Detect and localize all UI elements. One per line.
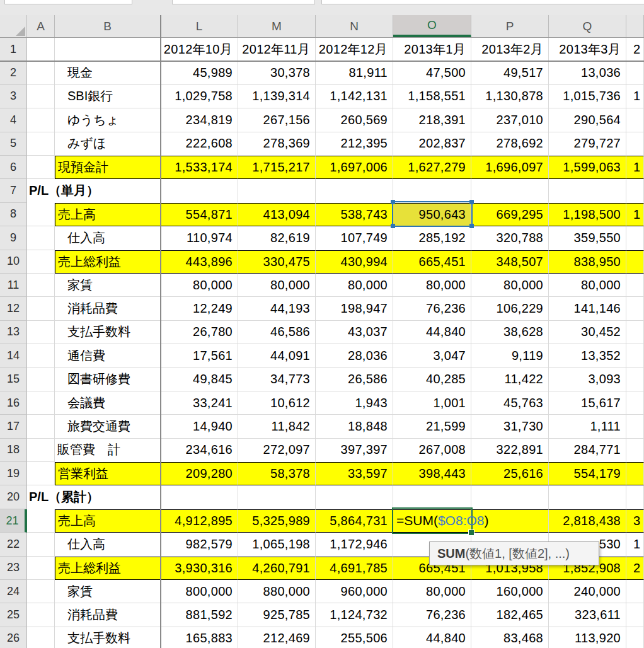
cell-R21[interactable]: 3 <box>626 509 644 533</box>
cell-L22[interactable]: 982,579 <box>161 533 238 556</box>
cell-B4-label[interactable]: ゆうちょ <box>55 108 161 132</box>
cell-M7[interactable] <box>238 179 316 202</box>
row-header-2[interactable]: 2 <box>0 61 27 84</box>
cell-A19[interactable] <box>27 462 55 485</box>
cell-L1[interactable]: 2012年10月 <box>161 38 238 61</box>
cell-Q2[interactable]: 13,036 <box>549 61 626 84</box>
cell-P11[interactable]: 80,000 <box>471 274 549 297</box>
cell-M21[interactable]: 5,325,989 <box>238 509 316 533</box>
cell-O5[interactable]: 202,837 <box>393 132 471 156</box>
cell-M9[interactable]: 82,619 <box>238 226 316 250</box>
cell-R15[interactable] <box>626 367 644 391</box>
cell-P24[interactable]: 160,000 <box>471 580 549 603</box>
in-cell-formula-editor[interactable]: =SUM($O8:O8) <box>396 508 488 533</box>
cell-R6[interactable]: 1 <box>626 156 644 179</box>
cell-P15[interactable]: 11,422 <box>471 367 549 391</box>
column-header-R[interactable] <box>626 15 644 37</box>
cell-R13[interactable] <box>626 321 644 344</box>
cell-Q4[interactable]: 290,564 <box>549 108 626 132</box>
cell-N20[interactable] <box>316 485 393 509</box>
cell-B12-label[interactable]: 消耗品費 <box>55 297 161 320</box>
cell-R24[interactable] <box>626 580 644 603</box>
cell-R10[interactable] <box>626 250 644 274</box>
row-header-8[interactable]: 8 <box>0 203 27 226</box>
cell-Q6[interactable]: 1,599,063 <box>549 156 626 179</box>
cell-R4[interactable] <box>626 108 644 132</box>
cell-A9[interactable] <box>27 226 55 250</box>
cell-L9[interactable]: 110,974 <box>161 226 238 250</box>
cell-A7-section-label[interactable]: P/L（単月） <box>27 179 161 202</box>
cell-M19[interactable]: 58,378 <box>238 462 316 485</box>
cell-Q17[interactable]: 1,111 <box>549 415 626 438</box>
cell-Q5[interactable]: 279,727 <box>549 132 626 156</box>
row-header-25[interactable]: 25 <box>0 603 27 627</box>
cell-O11[interactable]: 80,000 <box>393 274 471 297</box>
cell-A6[interactable] <box>27 156 55 179</box>
row-header-5[interactable]: 5 <box>0 132 27 156</box>
cell-R1[interactable]: 2 <box>626 38 644 61</box>
cell-M25[interactable]: 925,785 <box>238 603 316 627</box>
cell-M20[interactable] <box>238 485 316 509</box>
cell-O6[interactable]: 1,627,279 <box>393 156 471 179</box>
cell-P6[interactable]: 1,696,097 <box>471 156 549 179</box>
cell-L17[interactable]: 14,940 <box>161 415 238 438</box>
cell-N9[interactable]: 107,749 <box>316 226 393 250</box>
cell-L26[interactable]: 165,883 <box>161 627 238 648</box>
cell-L10[interactable]: 443,896 <box>161 250 238 274</box>
cell-Q1[interactable]: 2013年3月 <box>549 38 626 61</box>
cell-N23[interactable]: 4,691,785 <box>316 557 393 580</box>
cell-A25[interactable] <box>27 603 55 627</box>
cell-B1-label[interactable] <box>55 38 161 61</box>
cell-A21[interactable] <box>27 509 55 533</box>
cell-B3-label[interactable]: SBI銀行 <box>55 85 161 108</box>
row-header-26[interactable]: 26 <box>0 627 27 648</box>
cell-O17[interactable]: 21,599 <box>393 415 471 438</box>
cell-R18[interactable] <box>626 439 644 462</box>
cell-A8[interactable] <box>27 203 55 226</box>
cell-B25-label[interactable]: 消耗品費 <box>55 603 161 627</box>
cell-P5[interactable]: 278,692 <box>471 132 549 156</box>
row-header-7[interactable]: 7 <box>0 179 27 202</box>
cell-R3[interactable]: 1 <box>626 85 644 108</box>
cell-O20[interactable] <box>393 485 471 509</box>
cell-R26[interactable] <box>626 627 644 648</box>
cell-M4[interactable]: 267,156 <box>238 108 316 132</box>
cell-B8-label[interactable]: 売上高 <box>55 203 161 226</box>
cell-A22[interactable] <box>27 533 55 556</box>
cell-N5[interactable]: 212,395 <box>316 132 393 156</box>
cell-L18[interactable]: 234,616 <box>161 439 238 462</box>
cell-A13[interactable] <box>27 321 55 344</box>
cell-B21-label[interactable]: 売上高 <box>55 509 161 533</box>
cell-N13[interactable]: 43,037 <box>316 321 393 344</box>
cell-N2[interactable]: 81,911 <box>316 61 393 84</box>
cell-N25[interactable]: 1,124,732 <box>316 603 393 627</box>
cell-A12[interactable] <box>27 297 55 320</box>
cell-P12[interactable]: 106,229 <box>471 297 549 320</box>
formula-bar-input[interactable] <box>321 0 644 4</box>
row-header-15[interactable]: 15 <box>0 367 27 391</box>
cell-L5[interactable]: 222,608 <box>161 132 238 156</box>
cell-P7[interactable] <box>471 179 549 202</box>
cell-A5[interactable] <box>27 132 55 156</box>
cell-L12[interactable]: 12,249 <box>161 297 238 320</box>
column-header-B[interactable]: B <box>55 15 161 37</box>
row-header-6[interactable]: 6 <box>0 156 27 179</box>
column-header-O[interactable]: O <box>393 15 471 37</box>
cell-R25[interactable] <box>626 603 644 627</box>
cell-B9-label[interactable]: 仕入高 <box>55 226 161 250</box>
cell-M3[interactable]: 1,139,314 <box>238 85 316 108</box>
cell-B17-label[interactable]: 旅費交通費 <box>55 415 161 438</box>
cell-O3[interactable]: 1,158,551 <box>393 85 471 108</box>
cell-R17[interactable] <box>626 415 644 438</box>
row-header-11[interactable]: 11 <box>0 274 27 297</box>
cell-A18[interactable] <box>27 439 55 462</box>
row-header-20[interactable]: 20 <box>0 485 27 509</box>
cell-O12[interactable]: 76,236 <box>393 297 471 320</box>
row-header-12[interactable]: 12 <box>0 297 27 320</box>
column-header-N[interactable]: N <box>316 15 393 37</box>
cell-Q21[interactable]: 2,818,438 <box>549 509 626 533</box>
cell-B19-label[interactable]: 営業利益 <box>55 462 161 485</box>
cell-Q20[interactable] <box>549 485 626 509</box>
cell-Q3[interactable]: 1,015,736 <box>549 85 626 108</box>
cell-O19[interactable]: 398,443 <box>393 462 471 485</box>
